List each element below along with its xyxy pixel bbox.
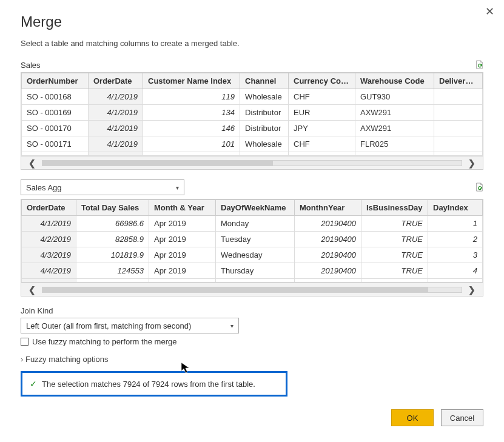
check-icon: ✓	[30, 379, 37, 389]
dropdown-value: Sales Agg	[26, 183, 62, 192]
chevron-down-icon: ▾	[176, 184, 179, 191]
join-kind-dropdown[interactable]: Left Outer (all from first, matching fro…	[21, 318, 239, 333]
first-table-preview: OrderNumber OrderDate Customer Name Inde…	[21, 72, 483, 170]
ok-button[interactable]: OK	[391, 409, 434, 426]
col-header[interactable]: Total Day Sales	[76, 200, 149, 216]
table-row[interactable]: 4/4/2019124553Apr 2019Thursday20190400TR…	[22, 263, 483, 279]
scroll-right-icon[interactable]: ❯	[466, 285, 478, 295]
table-row[interactable]: SO - 0001694/1/2019134DistributorEURAXW2…	[22, 105, 483, 121]
h-scrollbar[interactable]: ❮ ❯	[21, 156, 483, 169]
col-header[interactable]: Delivery R	[434, 73, 483, 89]
table-row[interactable]: SO - 0001684/1/2019119WholesaleCHFGUT930	[22, 89, 483, 105]
col-header[interactable]: OrderDate	[89, 73, 143, 89]
col-header[interactable]: Currency Code	[289, 73, 355, 89]
col-header[interactable]: MonthnYear	[295, 200, 361, 216]
dropdown-value: Left Outer (all from first, matching fro…	[26, 321, 191, 330]
fuzzy-matching-checkbox[interactable]	[21, 338, 29, 346]
fuzzy-matching-label: Use fuzzy matching to perform the merge	[32, 337, 176, 346]
table-row[interactable]: SO - 0001704/1/2019146DistributorJPYAXW2…	[22, 121, 483, 136]
col-header[interactable]: Customer Name Index	[143, 73, 240, 89]
scroll-right-icon[interactable]: ❯	[466, 158, 478, 168]
close-icon[interactable]: ✕	[485, 5, 494, 18]
col-header[interactable]: Month & Year	[149, 200, 216, 216]
match-status-text: The selection matches 7924 of 7924 rows …	[42, 380, 255, 389]
col-header[interactable]: Channel	[240, 73, 289, 89]
first-table-name: Sales	[21, 61, 41, 70]
table-row[interactable]: 4/3/2019101819.9Apr 2019Wednesday2019040…	[22, 247, 483, 263]
table-row[interactable]: SO - 0001714/1/2019101WholesaleCHFFLR025	[22, 136, 483, 152]
table-row[interactable]	[22, 152, 483, 156]
table-row[interactable]: 4/2/201982858.9Apr 2019Tuesday20190400TR…	[22, 232, 483, 247]
second-table-dropdown[interactable]: Sales Agg ▾	[21, 179, 184, 195]
col-header[interactable]: OrderDate	[22, 200, 76, 216]
col-header[interactable]: DayOfWeekName	[216, 200, 295, 216]
dialog-title: Merge	[21, 13, 483, 30]
table-row[interactable]	[22, 279, 483, 283]
fuzzy-options-expander[interactable]: Fuzzy matching options	[21, 355, 483, 364]
scroll-left-icon[interactable]: ❮	[26, 158, 38, 168]
table-header-row: OrderNumber OrderDate Customer Name Inde…	[22, 73, 483, 89]
table-row[interactable]: 4/1/201966986.6Apr 2019Monday20190400TRU…	[22, 216, 483, 232]
col-header[interactable]: OrderNumber	[22, 73, 89, 89]
refresh-preview-icon[interactable]	[475, 182, 483, 192]
table-header-row: OrderDate Total Day Sales Month & Year D…	[22, 200, 483, 216]
h-scrollbar[interactable]: ❮ ❯	[21, 283, 483, 296]
scroll-left-icon[interactable]: ❮	[26, 285, 38, 295]
col-header[interactable]: DayIndex	[428, 200, 483, 216]
second-table-preview: OrderDate Total Day Sales Month & Year D…	[21, 199, 483, 296]
cancel-button[interactable]: Cancel	[441, 409, 483, 426]
match-status: ✓ The selection matches 7924 of 7924 row…	[21, 371, 287, 397]
dialog-subtitle: Select a table and matching columns to c…	[21, 39, 483, 48]
chevron-down-icon: ▾	[230, 323, 234, 329]
merge-dialog: ✕ Merge Select a table and matching colu…	[0, 0, 504, 442]
refresh-preview-icon[interactable]	[475, 60, 483, 70]
col-header[interactable]: IsBusinessDay	[361, 200, 428, 216]
join-kind-label: Join Kind	[21, 306, 483, 315]
col-header[interactable]: Warehouse Code	[355, 73, 434, 89]
